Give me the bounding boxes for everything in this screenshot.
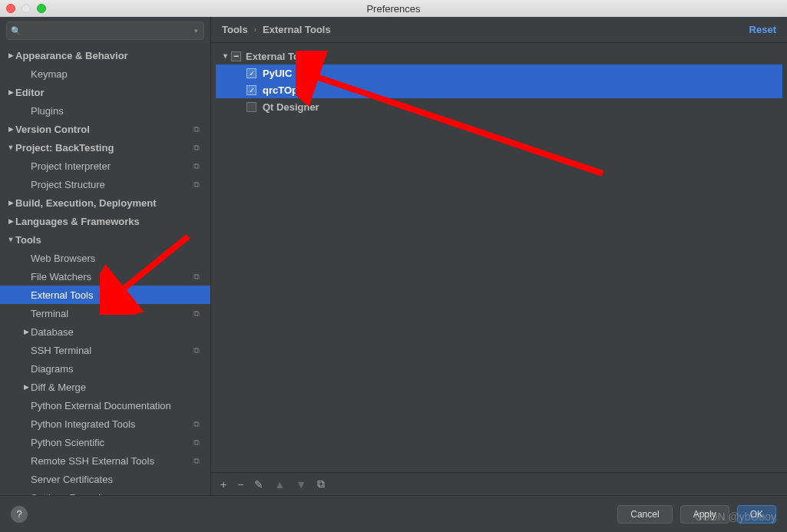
- sidebar-item-label: Terminal: [31, 308, 193, 319]
- edit-button[interactable]: ✎: [254, 478, 263, 491]
- traffic-lights: [6, 4, 46, 13]
- project-level-icon: ⧉: [193, 180, 204, 190]
- search-row: 🔍 ▾: [0, 17, 210, 45]
- project-level-icon: ⧉: [193, 456, 204, 466]
- sidebar-item[interactable]: Diagrams: [0, 359, 210, 378]
- sidebar-item[interactable]: Plugins: [0, 101, 210, 120]
- reset-link[interactable]: Reset: [749, 24, 776, 35]
- chevron-right-icon[interactable]: ▶: [6, 51, 15, 59]
- sidebar-item[interactable]: Python Integrated Tools⧉: [0, 415, 210, 433]
- breadcrumb-root[interactable]: Tools: [222, 24, 248, 35]
- sidebar-item[interactable]: External Tools: [0, 286, 210, 304]
- project-level-icon: ⧉: [193, 309, 204, 319]
- search-input[interactable]: [6, 21, 204, 40]
- settings-tree: ▶Appearance & BehaviorKeymap▶EditorPlugi…: [0, 45, 210, 495]
- tool-checkbox[interactable]: ✓: [246, 68, 256, 78]
- tools-tree: ▼ − External Tools ✓PyUIC✓qrcTOpyQt Desi…: [211, 43, 787, 472]
- sidebar-item-label: Project Structure: [31, 179, 193, 190]
- chevron-down-icon[interactable]: ▼: [6, 236, 15, 243]
- help-button[interactable]: ?: [11, 506, 28, 523]
- sidebar-item-label: File Watchers: [31, 271, 193, 283]
- move-up-button[interactable]: ▲: [274, 478, 285, 491]
- footer-buttons: Cancel Apply OK: [617, 505, 776, 524]
- sidebar-item[interactable]: Keymap: [0, 64, 210, 83]
- sidebar-item-label: Python Scientific: [31, 437, 193, 448]
- sidebar-item[interactable]: ▶Database: [0, 322, 210, 341]
- sidebar-item-label: Remote SSH External Tools: [31, 455, 193, 467]
- tool-item[interactable]: Qt Designer: [216, 98, 782, 115]
- sidebar-item-label: Server Certificates: [31, 474, 204, 485]
- sidebar-item[interactable]: Python Scientific⧉: [0, 433, 210, 451]
- sidebar-item-label: Plugins: [31, 105, 204, 117]
- project-level-icon: ⧉: [193, 143, 204, 153]
- sidebar-item-label: Web Browsers: [31, 253, 204, 264]
- sidebar-item[interactable]: ▶Languages & Frameworks: [0, 212, 210, 230]
- sidebar-item[interactable]: Python External Documentation: [0, 396, 210, 415]
- content-pane: Tools › External Tools Reset ▼ − Externa…: [211, 17, 787, 495]
- sidebar-item[interactable]: Project Interpreter⧉: [0, 157, 210, 175]
- sidebar-item-label: Languages & Frameworks: [15, 216, 204, 227]
- ok-button[interactable]: OK: [737, 505, 776, 524]
- sidebar-item[interactable]: ▼Tools: [0, 230, 210, 249]
- chevron-right-icon[interactable]: ▶: [6, 217, 15, 225]
- sidebar-item-label: Python Integrated Tools: [31, 418, 193, 430]
- move-down-button[interactable]: ▼: [296, 478, 306, 491]
- tools-group[interactable]: ▼ − External Tools: [216, 48, 782, 64]
- search-icon: 🔍: [11, 26, 21, 36]
- sidebar-item-label: Tools: [15, 234, 204, 246]
- add-button[interactable]: +: [220, 478, 227, 491]
- chevron-down-icon[interactable]: ▼: [6, 144, 15, 151]
- sidebar-item[interactable]: Server Certificates: [0, 470, 210, 488]
- sidebar-item[interactable]: Project Structure⧉: [0, 175, 210, 193]
- sidebar-item-label: Project: BackTesting: [15, 142, 193, 154]
- tool-checkbox[interactable]: [246, 102, 256, 112]
- sidebar-item[interactable]: ▶Build, Execution, Deployment: [0, 193, 210, 212]
- project-level-icon: ⧉: [193, 345, 204, 355]
- sidebar-item[interactable]: Settings Repository: [0, 488, 210, 495]
- sidebar-item[interactable]: Terminal⧉: [0, 304, 210, 322]
- sidebar-item[interactable]: ▶Appearance & Behavior: [0, 46, 210, 64]
- remove-button[interactable]: −: [237, 478, 243, 491]
- sidebar-item-label: Appearance & Behavior: [15, 50, 204, 61]
- project-level-icon: ⧉: [193, 438, 204, 448]
- chevron-right-icon[interactable]: ▶: [21, 383, 31, 391]
- sidebar-item[interactable]: Remote SSH External Tools⧉: [0, 451, 210, 470]
- maximize-window-button[interactable]: [37, 4, 46, 13]
- sidebar-item-label: Diff & Merge: [31, 382, 204, 393]
- sidebar-item[interactable]: ▶Version Control⧉: [0, 120, 210, 138]
- chevron-right-icon[interactable]: ▶: [6, 88, 15, 96]
- sidebar-item-label: Keymap: [31, 68, 204, 80]
- chevron-right-icon[interactable]: ▶: [6, 125, 15, 133]
- tool-item[interactable]: ✓PyUIC: [216, 64, 782, 81]
- search-options-icon[interactable]: ▾: [194, 27, 198, 35]
- titlebar: Preferences: [0, 0, 787, 17]
- tool-label: PyUIC: [263, 68, 292, 79]
- sidebar-item[interactable]: Web Browsers: [0, 249, 210, 267]
- sidebar-item[interactable]: SSH Terminal⧉: [0, 341, 210, 359]
- apply-button[interactable]: Apply: [680, 505, 729, 524]
- project-level-icon: ⧉: [193, 124, 204, 134]
- chevron-right-icon[interactable]: ▶: [21, 328, 31, 335]
- chevron-right-icon[interactable]: ▶: [6, 199, 15, 207]
- sidebar-item-label: Project Interpreter: [31, 160, 193, 172]
- cancel-button[interactable]: Cancel: [617, 505, 672, 524]
- sidebar-item[interactable]: ▼Project: BackTesting⧉: [0, 138, 210, 157]
- minimize-window-button[interactable]: [21, 4, 31, 13]
- sidebar-item[interactable]: File Watchers⧉: [0, 267, 210, 286]
- tool-label: Qt Designer: [263, 101, 319, 113]
- breadcrumb-current: External Tools: [263, 24, 331, 35]
- project-level-icon: ⧉: [193, 419, 204, 429]
- project-level-icon: ⧉: [193, 272, 204, 282]
- sidebar-item[interactable]: ▶Editor: [0, 83, 210, 101]
- tools-group-label: External Tools: [246, 51, 314, 62]
- sidebar-item-label: Build, Execution, Deployment: [15, 197, 204, 209]
- tool-checkbox[interactable]: ✓: [246, 85, 256, 95]
- tool-item[interactable]: ✓qrcTOpy: [216, 81, 782, 98]
- chevron-down-icon[interactable]: ▼: [222, 52, 231, 60]
- tool-label: qrcTOpy: [263, 84, 303, 96]
- close-window-button[interactable]: [6, 4, 15, 13]
- copy-button[interactable]: ⧉: [317, 477, 325, 491]
- group-checkbox-indeterminate[interactable]: −: [231, 51, 241, 61]
- sidebar-item[interactable]: ▶Diff & Merge: [0, 378, 210, 396]
- sidebar: 🔍 ▾ ▶Appearance & BehaviorKeymap▶EditorP…: [0, 17, 211, 495]
